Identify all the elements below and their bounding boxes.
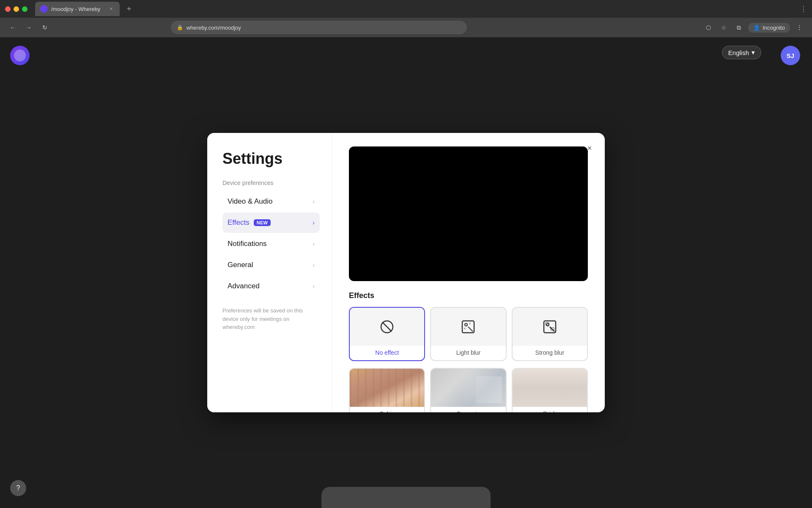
cast-icon[interactable]: ⬡ (702, 22, 714, 33)
sidebar-item-general-label: General (228, 261, 253, 269)
sidebar-item-notifications-label: Notifications (228, 240, 267, 248)
tab-title: /moodjoy - Whereby (51, 6, 104, 12)
effect-card-brick[interactable]: Brick (512, 368, 588, 412)
settings-title: Settings (222, 150, 320, 168)
settings-sidebar: Settings Device preferences Video & Audi… (207, 133, 332, 412)
extensions-icon[interactable]: ⧉ (733, 22, 745, 33)
back-button[interactable]: ← (7, 22, 19, 33)
tab-bar: /moodjoy - Whereby × + ⋮ (0, 0, 812, 18)
sidebar-item-effects[interactable]: Effects NEW › (222, 213, 320, 233)
light-blur-icon (461, 319, 476, 334)
effect-card-preview-light-blur (431, 308, 505, 346)
svg-point-5 (469, 323, 471, 324)
effect-card-strong-blur[interactable]: Strong blur (512, 307, 588, 361)
page-content: English ▾ SJ ? Settings Device preferenc… (0, 37, 812, 508)
chevron-right-icon-advanced: › (313, 283, 315, 290)
tab-favicon (40, 5, 48, 13)
address-bar[interactable]: 🔒 whereby.com/moodjoy (171, 21, 467, 34)
effect-card-label-concrete: Concrete (456, 407, 480, 412)
settings-panel: Effects No effect (332, 133, 605, 412)
active-tab[interactable]: /moodjoy - Whereby × (35, 2, 120, 16)
chevron-right-icon-effects: › (313, 219, 315, 226)
effect-card-preview-strong-blur (513, 308, 587, 346)
browser-more-button[interactable]: ⋮ (793, 22, 805, 33)
effect-card-label-brick: Brick (543, 407, 556, 412)
sidebar-item-notifications[interactable]: Notifications › (222, 234, 320, 254)
effects-grid-row1: No effect Lig (349, 307, 588, 361)
maximize-window-button[interactable] (22, 6, 27, 12)
minimize-window-button[interactable] (14, 6, 19, 12)
effects-section-label: Effects (349, 291, 588, 300)
effect-card-label-strong-blur: Strong blur (535, 346, 564, 360)
effects-new-badge: NEW (254, 219, 271, 226)
settings-modal: Settings Device preferences Video & Audi… (207, 133, 605, 412)
effect-card-label-cabin: Cabin (379, 407, 395, 412)
nav-right-buttons: ⬡ ☆ ⧉ 👤 Incognito ⋮ (702, 22, 805, 33)
cabin-background (350, 369, 424, 407)
sidebar-item-effects-label: Effects (228, 218, 250, 227)
window-controls (5, 6, 27, 12)
effect-card-label-no-effect: No effect (375, 346, 399, 360)
concrete-background (431, 369, 505, 407)
refresh-button[interactable]: ↻ (39, 22, 51, 33)
bookmark-icon[interactable]: ☆ (718, 22, 730, 33)
close-window-button[interactable] (5, 6, 11, 12)
effects-grid-row2: Cabin Concrete Brick (349, 368, 588, 412)
nav-bar: ← → ↻ 🔒 whereby.com/moodjoy ⬡ ☆ ⧉ 👤 Inco… (0, 18, 812, 37)
incognito-icon: 👤 (753, 25, 760, 31)
close-icon: × (587, 144, 592, 153)
svg-point-3 (465, 323, 467, 326)
lock-icon: 🔒 (177, 25, 183, 30)
effect-card-light-blur[interactable]: Light blur (430, 307, 506, 361)
effect-card-no-effect[interactable]: No effect (349, 307, 425, 361)
incognito-badge: 👤 Incognito (748, 23, 790, 33)
modal-close-button[interactable]: × (583, 141, 596, 155)
video-preview (349, 146, 588, 281)
sidebar-item-video-audio-label: Video & Audio (228, 197, 273, 206)
settings-section-label: Device preferences (222, 179, 320, 186)
browser-chrome: /moodjoy - Whereby × + ⋮ ← → ↻ 🔒 whereby… (0, 0, 812, 37)
incognito-label: Incognito (763, 25, 785, 31)
forward-icon: → (26, 24, 32, 31)
chevron-right-icon-notifications: › (313, 240, 315, 247)
sidebar-item-general[interactable]: General › (222, 255, 320, 275)
svg-line-4 (468, 327, 473, 331)
effect-card-concrete[interactable]: Concrete (430, 368, 506, 412)
svg-point-8 (546, 323, 549, 326)
effect-card-preview-concrete (431, 369, 505, 407)
tab-close-button[interactable]: × (108, 6, 115, 12)
back-icon: ← (10, 24, 16, 31)
sidebar-item-video-audio[interactable]: Video & Audio › (222, 191, 320, 212)
strong-blur-icon (542, 319, 557, 334)
new-tab-button[interactable]: + (123, 3, 135, 15)
tab-strip-more-button[interactable]: ⋮ (800, 5, 807, 13)
address-url: whereby.com/moodjoy (187, 25, 461, 31)
sidebar-item-advanced-label: Advanced (228, 282, 260, 290)
chevron-right-icon: › (313, 198, 315, 205)
effect-card-preview-brick (513, 369, 587, 407)
svg-point-6 (464, 328, 466, 329)
chevron-right-icon-general: › (313, 262, 315, 268)
refresh-icon: ↻ (42, 24, 47, 31)
brick-background (513, 369, 587, 407)
effect-card-cabin[interactable]: Cabin (349, 368, 425, 412)
effect-card-preview-cabin (350, 369, 424, 407)
effect-card-label-light-blur: Light blur (456, 346, 481, 360)
bottom-bar (321, 487, 491, 508)
no-effect-icon (379, 319, 395, 334)
settings-footer-note: Preferences will be saved on this device… (222, 306, 320, 331)
sidebar-item-advanced[interactable]: Advanced › (222, 276, 320, 296)
svg-line-1 (382, 322, 392, 331)
forward-button[interactable]: → (23, 22, 35, 33)
modal-overlay: Settings Device preferences Video & Audi… (0, 37, 812, 508)
effect-card-preview-no-effect (350, 308, 424, 346)
